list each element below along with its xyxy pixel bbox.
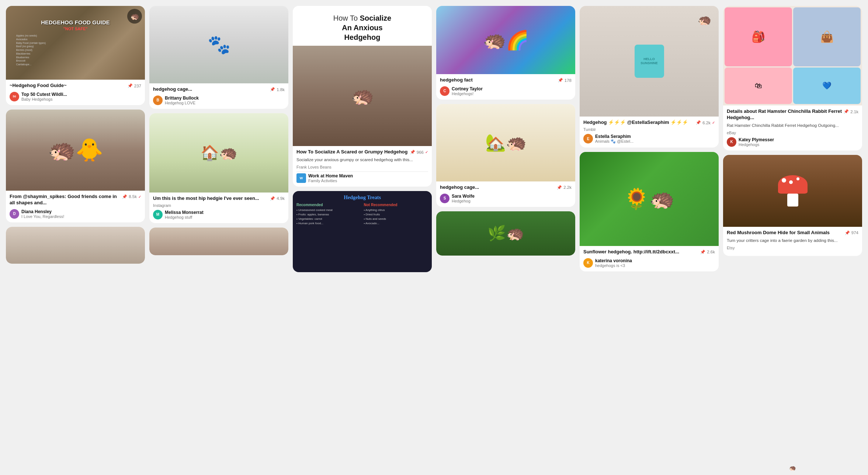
pin-carriers-image: 🎒 👜 🛍 💙 [723,6,862,105]
pin-socialize-title-label: How To Socialize A Scared or Grumpy Hedg… [296,149,410,155]
pin-cage-big-title-label: hedgehog cage... [153,86,192,93]
pin-sunshine-user[interactable]: E Estella Seraphim Animals 🐾 @Estel... [583,134,715,144]
pin-treats[interactable]: Hedgehog Treats Recommended • Unseasoned… [293,191,432,272]
pin-sunshine-info: Hedgehog ⚡⚡⚡ @EstellaSeraphim ⚡⚡⚡ 📌 6.2k… [580,117,719,148]
avatar-cage2: S [440,194,449,203]
pin-rainbow-stats: 📌 178 [558,78,572,83]
pin-mushroom[interactable]: 🦔 Red Mushroom Dome Hide for Small Anima… [723,155,862,256]
pin-socialize-desc: Socialize your anxious grumpy or scared … [296,157,428,163]
pin-carriers-user[interactable]: K Katey Plymesser Hedgehogs [727,137,858,147]
user-info-cage-hip: Melissa Monserrat Hedgehog stuff [165,210,204,219]
pin-rainbow-title-label: hedgehog fact [440,77,473,83]
pin-cage2[interactable]: 🏡🦔 hedgehog cage... 📌 2.2k S Sara Wolfe … [436,104,575,207]
user-info-socialize: Work at Home Maven Family Activities [308,173,353,183]
user-name-cage-big: Brittany Bullock [165,96,199,101]
carrier-sky: 💙 [793,67,861,104]
save-icon-cage: 📌 [270,87,275,92]
hedgehog-silhouette: 🦔 [127,9,142,24]
pin-cage-hip-info: Um this is the most hip hedgie I've ever… [149,193,288,223]
carrier-pink-emoji: 🎒 [751,30,765,43]
pin-hedgehog-closeup[interactable] [6,227,145,264]
green-hog-emoji: 🌿🦔 [487,225,524,242]
avatar-sunflower: K [583,258,593,268]
pin-friend-title-label: From @shaymin_spikes: Good friends come … [10,194,122,206]
pin-cage-hip-user[interactable]: M Melissa Monserrat Hedgehog stuff [153,210,285,219]
pin-friend-user[interactable]: D Diana Hensley I Love You, Regardless! [10,209,141,219]
pin-carriers-source: eBay [727,131,858,135]
pin-green-hog[interactable]: 🌿🦔 [436,211,575,256]
cage2-count: 2.2k [563,185,572,190]
carrier-blue: 👜 [793,7,861,66]
pin-sunflower-title-label: Sunflower hedgehog. http://ift.tt/2dbcxx… [583,249,700,255]
treats-columns: Recommended • Unseasoned cooked meat • F… [296,203,428,226]
treats-rec-items: • Unseasoned cooked meat • Fruits: apple… [296,208,361,226]
rainbow-emoji: 🦔🌈 [483,30,529,51]
mushroom-shape: 🦔 [778,175,808,207]
column-3: How To SocializeAn AnxiousHedgehog 🦔 How… [293,6,432,272]
save-icon-cage2: 📌 [557,185,562,190]
pin-cage-big-stats: 📌 1.8k [270,87,285,92]
pin-food-guide-user[interactable]: 50 Top 50 Cutest Wildli... Baby Hedgehog… [10,92,141,101]
mushroom-count: 974 [851,230,858,235]
pin-treats-image: Hedgehog Treats Recommended • Unseasoned… [293,191,432,272]
friend-emoji: 🦔🐥 [48,137,103,163]
treats-notrec-title: Not Recommended [364,203,428,207]
cage-big-count: 1.8k [277,87,285,92]
mushroom-dot2 [789,180,793,184]
pin-hedgehog-friend[interactable]: 🦔🐥 From @shaymin_spikes: Good friends co… [6,110,145,222]
pin-socialize-user[interactable]: W Work at Home Maven Family Activities [296,173,428,183]
pin-cage-hip-header: Um this is the most hip hedgie I've ever… [153,195,285,203]
pin-mushroom-header: Red Mushroom Dome Hide for Small Animals… [727,230,858,238]
avatar-socialize: W [296,173,306,183]
carrier-pink2: 🛍 [725,67,792,104]
socialize-count: 966 [417,150,424,155]
save-icon-mush: 📌 [845,230,850,235]
save-icon-friend: 📌 [122,194,127,199]
pin-socialize[interactable]: How To SocializeAn AnxiousHedgehog 🦔 How… [293,6,432,187]
user-board-sunflower: hedgehogs is <3 [595,263,632,268]
pin-food-guide-title-label: ~Hedgehog Food Guide~ [10,83,67,89]
pin-carriers[interactable]: 🎒 👜 🛍 💙 Details about Rat Hamster Chinch… [723,6,862,150]
pin-sunflower-user[interactable]: K katerina voronina hedgehogs is <3 [583,258,715,268]
pin-socialize-image: How To SocializeAn AnxiousHedgehog 🦔 [293,6,432,146]
pin-rainbow-user[interactable]: C Cortney Taylor Hedgehogs! [440,86,572,96]
pin-friend-stats: 📌 8.5k ✓ [122,194,141,199]
pin-cage-hip-stats: 📌 4.9k [270,196,285,201]
treats-rec-title: Recommended [296,203,361,207]
pin-friend-image: 🦔🐥 [6,110,145,191]
pin-sunshine-source: Tumblr [583,127,715,132]
pin-rainbow-hog[interactable]: 🦔🌈 hedgehog fact 📌 178 C Cortney Taylor … [436,6,575,100]
pin-sunflower-info: Sunflower hedgehog. http://ift.tt/2dbcxx… [580,246,719,271]
user-board-socialize: Family Activities [308,178,353,183]
food-guide-title-text: HEDGEHOG FOOD GUIDE [41,19,110,26]
socialize-hog-emoji: 🦔 [351,78,374,114]
mushroom-stem [787,194,798,207]
pin-socialize-stats: 📌 966 ✓ [410,150,428,155]
pin-carriers-title-label: Details about Rat Hamster Chinchilla Rab… [727,108,844,121]
pin-carriers-info: Details about Rat Hamster Chinchilla Rab… [723,105,862,150]
sunshine-count: 6.2k [702,121,711,125]
column-1: HEDGEHOG FOOD GUIDE "NOT SAFE" Apples (n… [6,6,145,264]
pin-cage2-title-label: hedgehog cage... [440,184,479,191]
column-2: 🐾 hedgehog cage... 📌 1.8k B Brittany Bul… [149,6,288,255]
user-info-rainbow: Cortney Taylor Hedgehogs! [452,86,483,96]
save-icon-rainbow: 📌 [558,78,563,83]
pin-hedge-small[interactable] [149,228,288,255]
pin-cage-big[interactable]: 🐾 hedgehog cage... 📌 1.8k B Brittany Bul… [149,6,288,109]
food-guide-list: Apples (no seeds)AvocadosBaby Food (cert… [16,34,135,66]
pin-cage-big-user[interactable]: B Brittany Bullock Hedgehog LOVE [153,96,285,105]
pin-food-guide[interactable]: HEDGEHOG FOOD GUIDE "NOT SAFE" Apples (n… [6,6,145,105]
save-icon-carriers: 📌 [844,109,849,114]
avatar-food-guide: 50 [10,92,19,101]
pin-hello-sunshine[interactable]: HELLOSUNSHINE 🦔 Hedgehog ⚡⚡⚡ @EstellaSer… [580,6,719,148]
verified-sun: ✓ [712,121,715,125]
pin-sunshine-image: HELLOSUNSHINE 🦔 [580,6,719,117]
pin-cage2-user[interactable]: S Sara Wolfe Hedgehog [440,194,572,203]
pin-cage-hip[interactable]: 🏠🦔 Um this is the most hip hedgie I've e… [149,113,288,223]
pin-socialize-source: Frank Loves Beans [296,165,428,169]
pin-carriers-stats: 📌 2.1k [844,109,858,114]
carrier-sky-emoji: 💙 [822,81,831,90]
sunflower-emoji: 🌻🦔 [624,187,675,211]
pin-sunflower[interactable]: 🌻🦔 Sunflower hedgehog. http://ift.tt/2db… [580,152,719,271]
pin-cage-big-info: hedgehog cage... 📌 1.8k B Brittany Bullo… [149,83,288,109]
